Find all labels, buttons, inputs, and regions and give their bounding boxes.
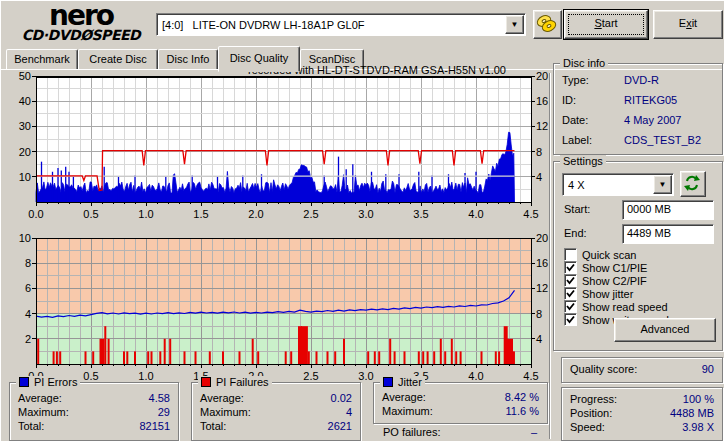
pi-failures-swatch-icon [201, 377, 211, 387]
checkbox-box[interactable] [564, 313, 577, 326]
drive-select[interactable]: [4:0] LITE-ON DVDRW LH-18A1P GL0F ▼ [156, 13, 526, 36]
chevron-down-icon: ▼ [659, 180, 667, 189]
logo-text-nero: nero [5, 2, 157, 30]
discs-icon [534, 11, 559, 36]
axis-tick-label: 12 [536, 120, 554, 132]
start-position-label: Start: [564, 203, 590, 215]
axis-tick-label: 2.0 [241, 208, 271, 220]
checkbox-quick-scan[interactable]: Quick scan [564, 248, 636, 261]
jitter-average-value: 8.42 % [505, 391, 539, 403]
disc-date-value: 4 May 2007 [624, 114, 681, 126]
po-failures-value: – [531, 426, 537, 438]
axis-tick-label: 1.5 [186, 208, 216, 220]
progress-value: 100 % [683, 393, 714, 405]
disc-info-title: Disc info [560, 57, 608, 69]
axis-tick-label: 1.0 [131, 370, 161, 382]
axis-tick-label: 8 [5, 257, 31, 269]
checkbox-show-c2-pif[interactable]: Show C2/PIF [564, 274, 647, 287]
checkbox-box[interactable] [564, 300, 577, 313]
settings-title: Settings [560, 155, 606, 167]
axis-tick-label: 50 [5, 70, 31, 82]
jitter-swatch-icon [383, 377, 393, 387]
jitter-legend: Jitter [380, 376, 425, 388]
checkbox-box[interactable] [564, 274, 577, 287]
quality-score-value: 90 [702, 363, 714, 375]
scan-speed-value: 4 X [563, 179, 652, 191]
disc-label-label: Label: [562, 134, 592, 146]
logo-text-cddvdspeed: CD·DVDØSPEED [5, 28, 157, 42]
axis-tick-label: 20 [536, 70, 554, 82]
quality-score-panel: Quality score: 90 [561, 357, 723, 383]
pif-average-value: 0.02 [331, 392, 352, 404]
scan-speed-dropdown-button[interactable]: ▼ [653, 175, 672, 194]
checkbox-label: Quick scan [582, 249, 636, 261]
jitter-maximum-value: 11.6 % [506, 405, 539, 417]
pi-errors-swatch-icon [19, 377, 29, 387]
axis-tick-label: 40 [5, 95, 31, 107]
progress-label: Progress: [570, 393, 617, 405]
start-button[interactable]: Start [564, 10, 648, 39]
refresh-icon [681, 172, 703, 194]
drive-select-value: [4:0] LITE-ON DVDRW LH-18A1P GL0F [157, 19, 504, 31]
axis-tick-label: 6 [5, 282, 31, 294]
axis-tick-label: 8 [536, 146, 554, 158]
pi-failures-legend: PI Failures [198, 376, 272, 388]
axis-tick-label: 30 [5, 120, 31, 132]
pi-failures-jitter-chart [36, 238, 531, 364]
disc-label-value: CDS_TEST_B2 [624, 134, 701, 146]
advanced-button-label: Advanced [641, 323, 690, 335]
pif-total-value: 2621 [328, 420, 352, 432]
checkbox-label: Show read speed [582, 301, 668, 313]
checkbox-box[interactable] [564, 287, 577, 300]
axis-tick-label: 4.5 [516, 208, 546, 220]
disc-id-value: RITEKG05 [624, 94, 677, 106]
axis-tick-label: 3.5 [406, 208, 436, 220]
axis-tick-label: 2 [5, 333, 31, 345]
speed-label: Speed: [570, 421, 605, 433]
checkbox-show-c1-pie[interactable]: Show C1/PIE [564, 261, 647, 274]
axis-tick-label: 10 [5, 171, 31, 183]
checkbox-label: Show C1/PIE [582, 262, 647, 274]
quality-score-label: Quality score: [570, 363, 637, 375]
scan-speed-select[interactable]: 4 X ▼ [562, 173, 674, 196]
settings-group: Settings 4 X ▼ Start: 0000 MB End: 4489 … [553, 161, 723, 351]
end-position-label: End: [564, 227, 587, 239]
pie-maximum-value: 29 [158, 406, 170, 418]
axis-tick-label: 0.5 [76, 370, 106, 382]
start-position-field[interactable]: 0000 MB [622, 200, 714, 220]
exit-button[interactable]: Exit [653, 10, 723, 39]
checkbox-show-read-speed[interactable]: Show read speed [564, 300, 668, 313]
pi-errors-legend: PI Errors [16, 376, 80, 388]
disc-info-group: Disc info Type:DVD-R ID:RITEKG05 Date:4 … [553, 63, 723, 155]
pie-total-value: 82151 [139, 420, 170, 432]
axis-tick-label: 16 [536, 257, 554, 269]
axis-tick-label: 0.0 [21, 208, 51, 220]
axis-tick-label: 2.5 [296, 370, 326, 382]
tab-disc-quality[interactable]: Disc Quality [218, 46, 300, 72]
advanced-button[interactable]: Advanced [614, 318, 716, 342]
disc-id-label: ID: [562, 94, 576, 106]
checkbox-box[interactable] [564, 248, 577, 261]
axis-tick-label: 4 [536, 171, 554, 183]
end-position-field[interactable]: 4489 MB [622, 224, 714, 244]
drive-select-dropdown-button[interactable]: ▼ [505, 15, 524, 34]
po-failures-label: PO failures: [383, 426, 440, 438]
progress-panel: Progress:100 % Position:4488 MB Speed:3.… [561, 387, 723, 441]
axis-tick-label: 3.0 [351, 208, 381, 220]
axis-tick-label: 20 [536, 232, 554, 244]
pi-errors-chart [36, 76, 531, 202]
checkbox-show-jitter[interactable]: Show jitter [564, 287, 633, 300]
disc-type-value: DVD-R [624, 74, 659, 86]
exit-button-label: Exit [679, 17, 697, 29]
refresh-button[interactable] [680, 171, 706, 197]
axis-tick-label: 1.0 [131, 208, 161, 220]
checkbox-box[interactable] [564, 261, 577, 274]
pif-maximum-value: 4 [346, 406, 352, 418]
pi-errors-stats-group: PI Errors Average:4.58 Maximum:29 Total:… [9, 382, 179, 441]
axis-tick-label: 4.0 [461, 370, 491, 382]
pie-average-value: 4.58 [149, 392, 170, 404]
nero-cdspeed-logo: nero CD·DVDØSPEED [5, 2, 157, 42]
disc-selection-button[interactable] [533, 10, 562, 39]
speed-value: 3.98 X [682, 421, 714, 433]
start-button-label: Start [594, 17, 617, 29]
